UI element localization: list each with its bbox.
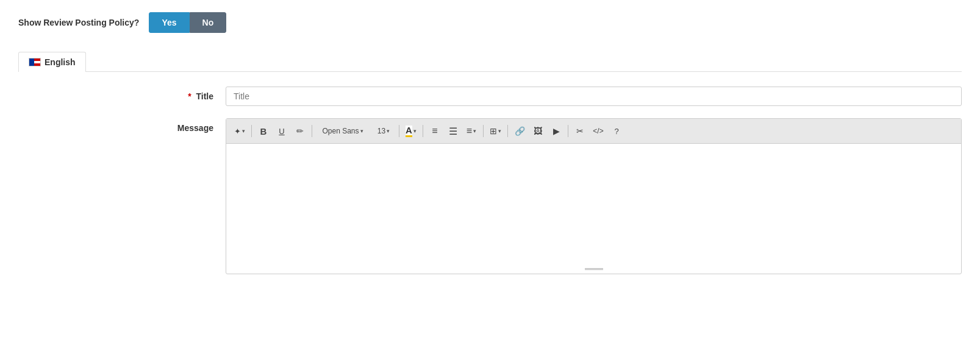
underline-button[interactable]: U <box>273 122 290 140</box>
editor-toolbar: ✦ ▾ B U ✏ <box>226 119 961 144</box>
message-row: Message ✦ ▾ B U <box>18 118 962 274</box>
separator-7 <box>568 125 568 137</box>
editor-resize-handle[interactable] <box>226 266 961 274</box>
english-flag-icon <box>29 58 41 66</box>
message-label: Message <box>18 118 226 133</box>
font-family-select[interactable]: Open Sans ▾ <box>315 122 370 140</box>
language-tabs: English <box>18 51 962 72</box>
resize-lines-icon <box>585 268 603 271</box>
help-button[interactable]: ? <box>608 122 625 140</box>
font-size-select[interactable]: 13 ▾ <box>371 122 396 140</box>
table-button[interactable]: ⊞ ▾ <box>487 122 504 140</box>
separator-1 <box>251 125 252 137</box>
yes-no-toggle: Yes No <box>149 12 226 33</box>
font-size-arrow: ▾ <box>387 128 390 134</box>
magic-button[interactable]: ✦ ▾ <box>231 122 248 140</box>
link-button[interactable]: 🔗 <box>511 122 528 140</box>
color-dropdown-arrow: ▾ <box>413 128 417 134</box>
text-color-button[interactable]: A ▾ <box>402 122 420 140</box>
tab-english-label: English <box>45 57 76 67</box>
cut-button[interactable]: ✂ <box>571 122 588 140</box>
source-code-button[interactable]: </> <box>590 122 607 140</box>
form-section: * Title Message ✦ ▾ <box>18 87 962 274</box>
font-family-arrow: ▾ <box>360 128 363 134</box>
separator-2 <box>312 125 312 137</box>
separator-6 <box>507 125 508 137</box>
required-star: * <box>188 91 191 101</box>
magic-dropdown-arrow: ▾ <box>242 128 245 134</box>
bold-button[interactable]: B <box>255 122 272 140</box>
title-label: * Title <box>18 87 226 101</box>
color-a-icon: A <box>406 126 412 137</box>
yes-button[interactable]: Yes <box>149 12 189 33</box>
image-button[interactable]: 🖼 <box>529 122 546 140</box>
policy-label: Show Review Posting Policy? <box>18 18 139 27</box>
page-wrapper: Show Review Posting Policy? Yes No Engli… <box>0 0 980 337</box>
title-input[interactable] <box>226 87 962 106</box>
tab-english[interactable]: English <box>18 52 86 72</box>
ordered-list-button[interactable]: ☰ <box>445 122 462 140</box>
separator-3 <box>399 125 399 137</box>
separator-4 <box>423 125 423 137</box>
align-arrow: ▾ <box>473 128 476 134</box>
unordered-list-button[interactable]: ≡ <box>426 122 443 140</box>
no-button[interactable]: No <box>190 12 227 33</box>
editor-body[interactable] <box>226 144 961 266</box>
strikethrough-button[interactable]: ✏ <box>291 122 309 140</box>
separator-5 <box>483 125 484 137</box>
table-arrow: ▾ <box>498 128 501 134</box>
title-row: * Title <box>18 87 962 106</box>
media-button[interactable]: ▶ <box>548 122 565 140</box>
alignment-button[interactable]: ≡ ▾ <box>463 122 480 140</box>
policy-row: Show Review Posting Policy? Yes No <box>18 12 962 39</box>
rich-text-editor: ✦ ▾ B U ✏ <box>226 118 962 274</box>
